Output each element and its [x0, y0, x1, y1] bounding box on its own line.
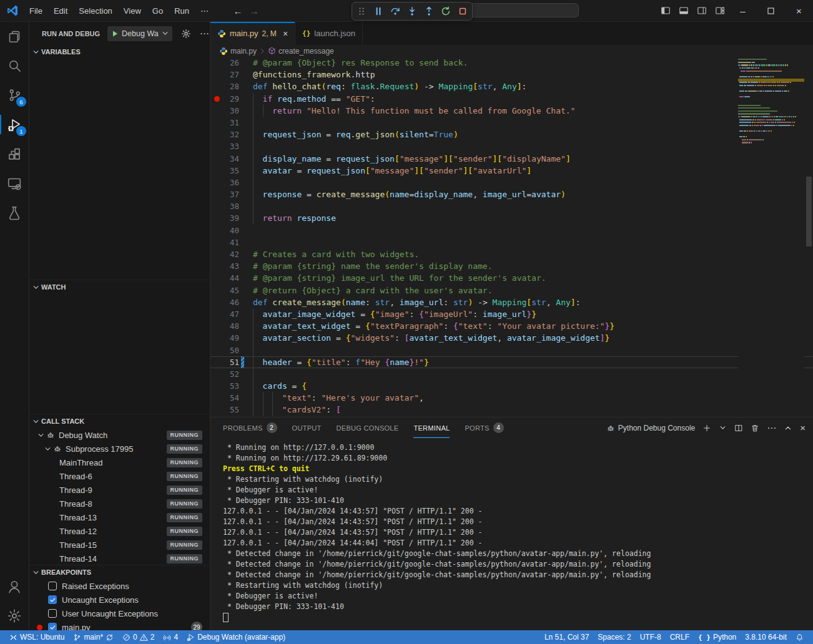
- views-more-actions-icon[interactable]: ⋯: [200, 28, 209, 39]
- breadcrumbs[interactable]: main.pycreate_message: [210, 45, 813, 57]
- code-line[interactable]: 47avatar_image_widget = {"image": {"imag…: [210, 308, 813, 320]
- variables-section-header[interactable]: VARIABLES: [29, 45, 210, 59]
- breakpoint-gutter[interactable]: [210, 368, 223, 380]
- editor-scrollbar[interactable]: [806, 177, 812, 246]
- menu-item-file[interactable]: File: [24, 6, 48, 16]
- activity-remote-explorer[interactable]: [0, 168, 29, 198]
- code-line[interactable]: 45# @return {Object} a card with the use…: [210, 285, 813, 296]
- code-line[interactable]: 36: [210, 177, 813, 188]
- status-cursor-position[interactable]: Ln 51, Col 37: [540, 630, 593, 644]
- call-stack-item[interactable]: Thread-9RUNNING: [29, 483, 210, 497]
- code-line[interactable]: 42# Creates a card with two widgets.: [210, 248, 813, 260]
- breakpoint-gutter[interactable]: [210, 260, 223, 272]
- status-language-mode[interactable]: { }Python: [694, 630, 741, 644]
- step-over-button[interactable]: [390, 6, 400, 16]
- code-line[interactable]: 33: [210, 140, 813, 152]
- terminal-instance-label[interactable]: Python Debug Console: [606, 424, 695, 432]
- breakpoint-gutter[interactable]: [210, 57, 223, 69]
- breakpoints-section-header[interactable]: BREAKPOINTS: [29, 565, 210, 579]
- start-debugging-icon[interactable]: [111, 29, 119, 38]
- code-line[interactable]: 44# @param {string} image_url the URL fo…: [210, 272, 813, 284]
- code-line[interactable]: 54"text": "Here's your avatar",: [210, 392, 813, 404]
- panel-tab-terminal[interactable]: TERMINAL: [413, 417, 450, 438]
- status-indentation[interactable]: Spaces: 2: [593, 630, 635, 644]
- breakpoint-item[interactable]: User Uncaught Exceptions: [29, 607, 210, 620]
- call-stack-item[interactable]: MainThreadRUNNING: [29, 456, 210, 469]
- drag-grip[interactable]: [357, 6, 367, 16]
- step-into-button[interactable]: [407, 6, 417, 16]
- debug-settings-gear-icon[interactable]: [181, 29, 191, 39]
- breakpoint-gutter[interactable]: [210, 285, 223, 296]
- menu-item-selection[interactable]: Selection: [73, 6, 117, 16]
- breakpoint-gutter[interactable]: [210, 237, 223, 248]
- watch-section-header[interactable]: WATCH: [29, 280, 210, 294]
- breakpoint-checkbox[interactable]: [48, 609, 57, 618]
- breakpoint-gutter[interactable]: [210, 248, 223, 260]
- more-actions-button[interactable]: ⋯: [767, 423, 776, 432]
- activity-explorer[interactable]: [0, 22, 29, 51]
- go-forward-button[interactable]: →: [247, 6, 262, 16]
- code-line[interactable]: 51header = {"title": f"Hey {name}!"}: [210, 356, 813, 368]
- breakpoint-checkbox[interactable]: [48, 595, 57, 604]
- code-line[interactable]: 38: [210, 200, 813, 212]
- go-back-button[interactable]: ←: [230, 6, 245, 16]
- status-debug-session[interactable]: Debug Watch (avatar-app): [182, 630, 290, 644]
- maximize-panel-button[interactable]: [784, 424, 792, 432]
- code-line[interactable]: 48avatar_text_widget = {"textParagraph":…: [210, 320, 813, 332]
- breakpoint-gutter[interactable]: [210, 392, 223, 404]
- activity-search[interactable]: [0, 51, 29, 80]
- status-remote-indicator[interactable]: WSL: Ubuntu: [5, 630, 69, 644]
- split-terminal-button[interactable]: [734, 424, 743, 432]
- call-stack-item[interactable]: Thread-14RUNNING: [29, 552, 210, 565]
- code-line[interactable]: 41: [210, 237, 813, 248]
- code-line[interactable]: 31: [210, 117, 813, 129]
- breakpoint-gutter[interactable]: [210, 225, 223, 237]
- code-line[interactable]: 32request_json = req.get_json(silent=Tru…: [210, 129, 813, 140]
- code-line[interactable]: 37response = create_message(name=display…: [210, 188, 813, 200]
- call-stack-item[interactable]: Thread-12RUNNING: [29, 524, 210, 538]
- breakpoint-gutter[interactable]: [210, 177, 223, 188]
- breakpoint-gutter[interactable]: [210, 356, 223, 368]
- breakpoint-gutter[interactable]: [210, 105, 223, 117]
- status-eol-sequence[interactable]: CRLF: [666, 630, 694, 644]
- code-line[interactable]: 46def create_message(name: str, image_ur…: [210, 296, 813, 308]
- code-line[interactable]: 26# @param {Object} res Response to send…: [210, 57, 813, 69]
- breakpoint-checkbox[interactable]: [48, 582, 57, 590]
- breakpoint-gutter[interactable]: [210, 165, 223, 177]
- breakpoint-gutter[interactable]: [210, 212, 223, 224]
- breakpoint-gutter[interactable]: [210, 380, 223, 392]
- variables-body[interactable]: [29, 59, 210, 280]
- call-stack-item[interactable]: Subprocess 17995RUNNING: [29, 442, 210, 456]
- close-window-button[interactable]: ×: [785, 0, 813, 22]
- call-stack-item[interactable]: Thread-15RUNNING: [29, 538, 210, 552]
- activity-source-control[interactable]: 6: [0, 80, 29, 110]
- code-line[interactable]: 53cards = {: [210, 380, 813, 392]
- menu-item-go[interactable]: Go: [147, 6, 169, 16]
- breakpoint-gutter[interactable]: [210, 200, 223, 212]
- terminal-dropdown-button[interactable]: [719, 424, 727, 432]
- breakpoint-gutter[interactable]: [210, 117, 223, 129]
- panel-tab-ports[interactable]: PORTS4: [465, 417, 503, 438]
- watch-body[interactable]: [29, 294, 210, 414]
- breakpoint-gutter[interactable]: [210, 153, 223, 165]
- breakpoint-gutter[interactable]: [210, 93, 223, 105]
- breakpoint-gutter[interactable]: [210, 344, 223, 356]
- code-line[interactable]: 29if req.method == "GET":: [210, 93, 813, 105]
- code-line[interactable]: 43# @param {string} name the sender's di…: [210, 260, 813, 272]
- breakpoint-gutter[interactable]: [210, 296, 223, 308]
- status-encoding[interactable]: UTF-8: [636, 630, 666, 644]
- code-line[interactable]: 55"cardsV2": [: [210, 404, 813, 416]
- customize-layout-icon[interactable]: [711, 0, 729, 22]
- breakpoint-gutter[interactable]: [210, 308, 223, 320]
- kill-terminal-button[interactable]: [751, 424, 759, 432]
- toggle-secondary-sidebar-icon[interactable]: [692, 0, 711, 22]
- step-out-button[interactable]: [424, 6, 434, 16]
- terminal-output[interactable]: * Running on http://127.0.0.1:9000 * Run…: [210, 438, 813, 630]
- breakpoint-item[interactable]: main.py29: [29, 620, 210, 630]
- breadcrumb-item[interactable]: main.py: [219, 47, 257, 56]
- tab-main-py[interactable]: main.py2, M×: [210, 22, 295, 45]
- code-line[interactable]: 50: [210, 344, 813, 356]
- menu-item-view[interactable]: View: [118, 6, 147, 16]
- activity-run-and-debug[interactable]: 1: [0, 110, 29, 139]
- toggle-sidebar-icon[interactable]: [656, 0, 674, 22]
